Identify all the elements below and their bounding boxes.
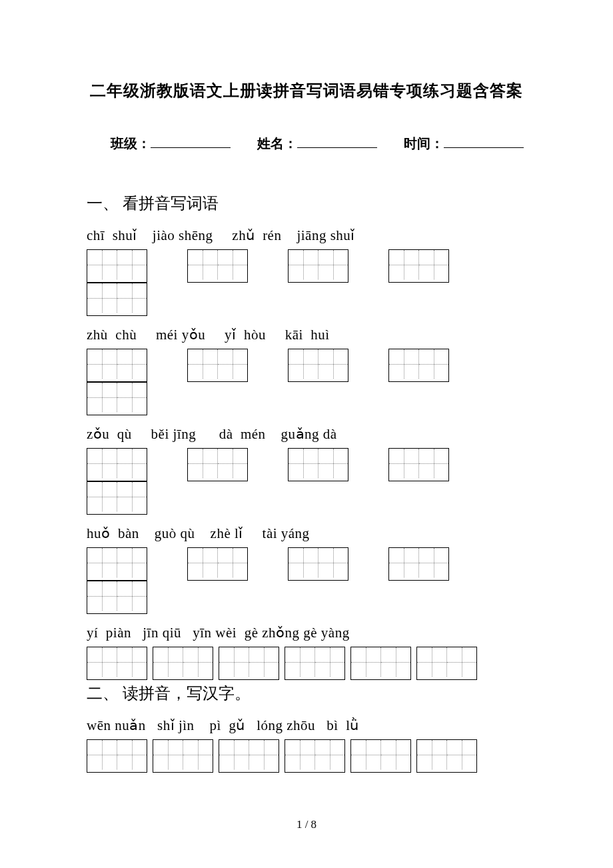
tianzi-grid[interactable]	[285, 739, 345, 773]
tianzi-grid[interactable]	[288, 249, 348, 283]
hanzi-cell[interactable]	[87, 349, 117, 379]
hanzi-cell[interactable]	[417, 740, 447, 769]
hanzi-cell[interactable]	[249, 740, 279, 769]
hanzi-cell[interactable]	[218, 349, 247, 379]
tianzi-grid[interactable]	[87, 647, 147, 680]
hanzi-cell[interactable]	[117, 250, 147, 279]
hanzi-cell[interactable]	[419, 548, 448, 577]
hanzi-cell[interactable]	[289, 349, 318, 379]
hanzi-cell[interactable]	[351, 647, 381, 677]
hanzi-cell[interactable]	[419, 449, 448, 478]
hanzi-cell[interactable]	[117, 482, 147, 511]
tianzi-grid[interactable]	[187, 448, 248, 481]
tianzi-grid[interactable]	[187, 249, 248, 283]
hanzi-cell[interactable]	[218, 548, 247, 577]
hanzi-cell[interactable]	[389, 548, 419, 577]
tianzi-grid[interactable]	[219, 739, 279, 773]
hanzi-cell[interactable]	[188, 250, 218, 279]
tianzi-grid[interactable]	[87, 581, 147, 614]
tianzi-grid[interactable]	[87, 283, 147, 316]
hanzi-cell[interactable]	[183, 647, 213, 677]
tianzi-grid[interactable]	[388, 448, 449, 481]
tianzi-grid[interactable]	[87, 739, 147, 773]
hanzi-cell[interactable]	[117, 740, 147, 769]
hanzi-cell[interactable]	[285, 647, 315, 677]
hanzi-cell[interactable]	[188, 449, 218, 478]
name-blank[interactable]	[297, 135, 377, 148]
hanzi-cell[interactable]	[87, 548, 117, 577]
hanzi-cell[interactable]	[117, 349, 147, 379]
tianzi-grid[interactable]	[388, 249, 449, 283]
hanzi-cell[interactable]	[318, 250, 348, 279]
tianzi-grid[interactable]	[388, 349, 449, 382]
hanzi-cell[interactable]	[87, 283, 117, 313]
tianzi-grid[interactable]	[350, 739, 411, 773]
hanzi-cell[interactable]	[153, 740, 183, 769]
tianzi-grid[interactable]	[87, 382, 147, 415]
hanzi-cell[interactable]	[389, 449, 419, 478]
tianzi-grid[interactable]	[87, 481, 147, 515]
time-blank[interactable]	[444, 135, 524, 148]
hanzi-cell[interactable]	[419, 250, 448, 279]
tianzi-grid[interactable]	[388, 547, 449, 581]
hanzi-cell[interactable]	[87, 482, 117, 511]
hanzi-cell[interactable]	[419, 349, 448, 379]
hanzi-cell[interactable]	[289, 449, 318, 478]
hanzi-cell[interactable]	[447, 647, 476, 677]
tianzi-grid[interactable]	[87, 547, 147, 581]
tianzi-grid[interactable]	[87, 249, 147, 283]
hanzi-cell[interactable]	[117, 581, 147, 611]
hanzi-cell[interactable]	[218, 250, 247, 279]
class-blank[interactable]	[151, 135, 231, 148]
hanzi-cell[interactable]	[87, 647, 117, 677]
hanzi-cell[interactable]	[87, 740, 117, 769]
hanzi-cell[interactable]	[315, 647, 344, 677]
hanzi-cell[interactable]	[87, 449, 117, 478]
hanzi-cell[interactable]	[188, 548, 218, 577]
hanzi-cell[interactable]	[87, 581, 117, 611]
tianzi-grid[interactable]	[153, 647, 213, 680]
hanzi-cell[interactable]	[381, 740, 410, 769]
hanzi-cell[interactable]	[218, 449, 247, 478]
hanzi-cell[interactable]	[87, 383, 117, 412]
tianzi-grid[interactable]	[288, 448, 348, 481]
hanzi-cell[interactable]	[389, 250, 419, 279]
hanzi-cell[interactable]	[188, 349, 218, 379]
hanzi-cell[interactable]	[417, 647, 447, 677]
tianzi-grid[interactable]	[285, 647, 345, 680]
hanzi-cell[interactable]	[285, 740, 315, 769]
tianzi-grid[interactable]	[153, 739, 213, 773]
tianzi-grid[interactable]	[288, 547, 348, 581]
tianzi-grid[interactable]	[187, 547, 248, 581]
tianzi-grid[interactable]	[416, 739, 477, 773]
hanzi-cell[interactable]	[117, 283, 147, 313]
tianzi-grid[interactable]	[416, 647, 477, 680]
tianzi-grid[interactable]	[87, 448, 147, 481]
hanzi-cell[interactable]	[289, 250, 318, 279]
hanzi-cell[interactable]	[315, 740, 344, 769]
hanzi-cell[interactable]	[117, 647, 147, 677]
tianzi-grid[interactable]	[87, 349, 147, 382]
box-row	[87, 349, 526, 415]
hanzi-cell[interactable]	[318, 349, 348, 379]
tianzi-grid[interactable]	[219, 647, 279, 680]
hanzi-cell[interactable]	[381, 647, 410, 677]
hanzi-cell[interactable]	[153, 647, 183, 677]
hanzi-cell[interactable]	[183, 740, 213, 769]
hanzi-cell[interactable]	[219, 647, 249, 677]
hanzi-cell[interactable]	[351, 740, 381, 769]
hanzi-cell[interactable]	[447, 740, 476, 769]
hanzi-cell[interactable]	[318, 449, 348, 478]
hanzi-cell[interactable]	[318, 548, 348, 577]
hanzi-cell[interactable]	[117, 548, 147, 577]
hanzi-cell[interactable]	[249, 647, 279, 677]
tianzi-grid[interactable]	[187, 349, 248, 382]
hanzi-cell[interactable]	[117, 449, 147, 478]
hanzi-cell[interactable]	[219, 740, 249, 769]
hanzi-cell[interactable]	[289, 548, 318, 577]
tianzi-grid[interactable]	[350, 647, 411, 680]
hanzi-cell[interactable]	[87, 250, 117, 279]
tianzi-grid[interactable]	[288, 349, 348, 382]
hanzi-cell[interactable]	[117, 383, 147, 412]
hanzi-cell[interactable]	[389, 349, 419, 379]
